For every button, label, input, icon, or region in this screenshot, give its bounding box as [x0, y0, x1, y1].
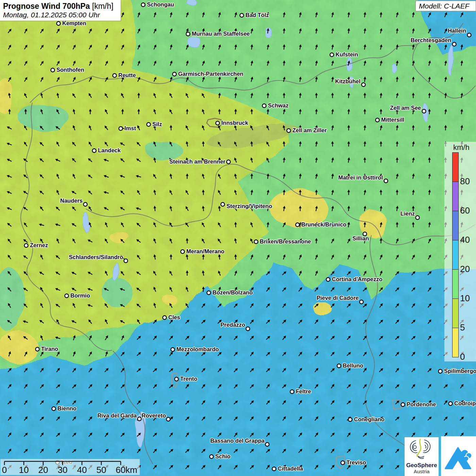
city-marker [341, 461, 345, 465]
city-marker [24, 244, 28, 248]
lake [393, 65, 397, 74]
city-label: Berchtesgaden [411, 37, 451, 43]
city-marker [216, 121, 220, 125]
city-marker [439, 370, 442, 373]
city: Meran/Merano [181, 248, 224, 254]
legend-value: 40 [460, 235, 476, 244]
city-label: Spilimbergo [444, 368, 476, 374]
city: Cortina d'Ampezzo [326, 276, 382, 282]
city-marker [240, 14, 244, 17]
legend-swatch-5 [452, 299, 459, 328]
city-label: Brixen/Bressanone [260, 238, 311, 244]
city-marker [171, 348, 175, 352]
scale-bar: 0102030405060km [0, 459, 140, 475]
legend-value: 0 [460, 352, 476, 361]
weather-map-page: SchongauBad TölzKemptenMurnau am Staffel… [0, 0, 476, 476]
city-label: Riva del Garda [97, 412, 137, 419]
city-label: Meran/Merano [186, 248, 224, 254]
city-label: Schio [215, 453, 231, 459]
city-label: Innsbruck [221, 120, 249, 126]
city-marker [175, 377, 178, 381]
city-marker [138, 417, 141, 421]
city-marker [227, 160, 231, 164]
city-label: Bozen/Bolzano [213, 289, 253, 295]
city-marker [337, 364, 341, 368]
city-label: Steinach am Brenner [169, 158, 226, 165]
lake [83, 213, 89, 232]
legend-value: 80 [460, 177, 476, 186]
legend-swatch-80 [452, 152, 459, 182]
lake [113, 262, 119, 282]
legend-swatch-60 [452, 182, 459, 211]
city-marker [262, 104, 266, 108]
city-marker [272, 467, 276, 471]
city-marker [360, 300, 363, 304]
city-marker [401, 403, 405, 407]
city-marker [52, 407, 56, 411]
city-marker [221, 203, 225, 206]
city-label: Predazzo [221, 322, 245, 328]
city-label: Kufstein [336, 51, 358, 57]
city: Steinach am Brenner [169, 158, 231, 165]
city-label: Zell am See [390, 105, 421, 111]
city-marker [163, 316, 167, 320]
city-marker [167, 418, 170, 421]
city-label: Treviso [346, 459, 366, 465]
city-label: Nauders [60, 198, 83, 204]
lake [187, 0, 196, 5]
legend-value: 10 [460, 294, 476, 303]
city-marker [376, 118, 379, 122]
city-label: Pieve di Cadore [317, 295, 359, 301]
city-marker [84, 203, 87, 206]
city: Garmisch-Partenkirchen [173, 71, 243, 77]
scale-label: 50 [97, 465, 106, 475]
city-marker [186, 32, 190, 36]
city-marker [422, 109, 426, 113]
scale-label: 10 [19, 465, 29, 475]
city: Conegliano [348, 416, 385, 422]
city-label: Sonthofen [56, 67, 84, 73]
city: Sterzing/Vipiteno [221, 203, 272, 209]
city-label: Mittersill [381, 117, 404, 123]
city-marker [296, 223, 300, 227]
mountain-cloud-icon [441, 436, 476, 476]
city: Spilimbergo [439, 368, 476, 374]
legend-swatch-20 [452, 240, 459, 270]
city-label: Bormio [70, 292, 90, 299]
city-label: Bienno [57, 405, 76, 411]
city-label: Schlanders/Silandro [69, 254, 123, 260]
legend-value: 5 [460, 323, 476, 332]
city-label: Cles [168, 314, 180, 320]
city: Bruneck/Brunico [296, 221, 346, 227]
city-marker [173, 72, 176, 76]
title-unit: [km/h] [90, 2, 113, 11]
city-marker [141, 3, 145, 7]
geosphere-contour-icon [405, 437, 439, 462]
city-marker [65, 294, 69, 298]
forecast-title-box: Prognose Wind 700hPa [km/h] Montag, 01.1… [0, 0, 121, 21]
scale-label: 40 [77, 465, 87, 475]
city-marker [416, 216, 420, 220]
city: Zell am Ziller [287, 127, 327, 133]
city-marker [468, 33, 471, 37]
scale-label: 20 [38, 465, 48, 475]
city-label: Lienz [401, 210, 415, 217]
city-marker [384, 179, 388, 183]
city-label: Feltre [296, 388, 311, 394]
city-marker [453, 42, 456, 46]
city-marker [51, 68, 55, 72]
city-label: Bad Tölz [245, 12, 269, 18]
city-marker [362, 83, 366, 87]
city-marker [266, 443, 269, 446]
lake [189, 38, 202, 49]
city: Brixen/Bressanone [254, 238, 311, 244]
city-label: Bassano del Grappa [210, 438, 265, 444]
city-marker [287, 129, 291, 133]
city-marker [207, 291, 211, 295]
legend-unit-label: km/h [453, 143, 470, 152]
geosphere-name: GeoSphere [405, 462, 439, 469]
city-label: Landeck [98, 147, 121, 153]
city-label: Zell am Ziller [292, 127, 327, 133]
city-label: Sillian [352, 235, 369, 241]
city-label: Mezzolombardo [176, 346, 219, 352]
